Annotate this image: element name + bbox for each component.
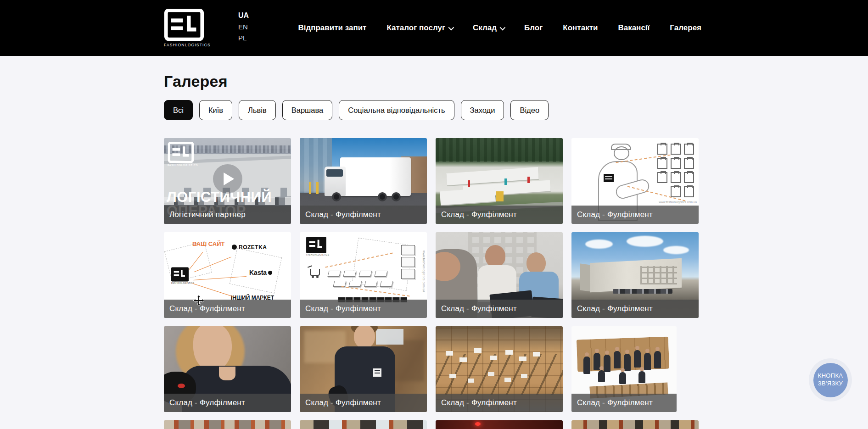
filter-warsaw[interactable]: Варшава: [282, 100, 333, 120]
gallery-caption: Склад - Фулфілмент: [164, 394, 291, 412]
chevron-down-icon: [500, 24, 506, 30]
gallery-item-partial[interactable]: [571, 420, 699, 429]
gallery-grid: FASHIONLOGISTICS ЛОГІСТИЧНИЙ ОПЕРАТОР Ло…: [164, 138, 701, 429]
brand-name: FASHIONLOGISTICS: [164, 43, 206, 47]
gallery-item[interactable]: Склад - Фулфілмент: [436, 326, 563, 412]
nav-vacancies[interactable]: Вакансії: [618, 23, 650, 33]
language-switcher: UA EN PL: [238, 11, 249, 42]
gallery-caption: Склад - Фулфілмент: [300, 206, 427, 224]
filter-video[interactable]: Відео: [510, 100, 549, 120]
site-url-label: www.fashionlogistics.com.ua: [659, 201, 697, 204]
gallery-item[interactable]: ВАШ САЙТ ROZETKA Kasta ІНШИЙ МАРКЕТ FASH…: [164, 232, 291, 318]
fl-logo-watermark: FASHIONLOGISTICS: [306, 237, 329, 256]
gallery-item-partial[interactable]: [300, 420, 427, 429]
nav-warehouse[interactable]: Склад: [473, 23, 504, 33]
gallery-caption: Склад - Фулфілмент: [300, 300, 427, 318]
gallery-item[interactable]: Склад - Фулфілмент: [436, 232, 563, 318]
lang-en[interactable]: EN: [238, 23, 249, 31]
main-content: Галерея Всі Київ Львів Варшава Соціальна…: [0, 72, 868, 429]
contact-fab[interactable]: КНОПКА ЗВ'ЯЗКУ: [809, 358, 852, 401]
lang-ua[interactable]: UA: [238, 11, 249, 20]
gallery-caption: Склад - Фулфілмент: [571, 394, 677, 412]
gallery-item[interactable]: Склад - Фулфілмент: [571, 326, 677, 412]
gallery-item[interactable]: Склад - Фулфілмент: [300, 326, 427, 412]
filter-social-responsibility[interactable]: Соціальна відповідальність: [339, 100, 454, 120]
gallery-item[interactable]: www.fashionlogistics.com.ua Склад - Фулф…: [571, 138, 699, 224]
gallery-caption: Склад - Фулфілмент: [571, 206, 699, 224]
nav-gallery[interactable]: Галерея: [670, 23, 701, 33]
chevron-down-icon: [448, 24, 454, 30]
cart-icon: [310, 269, 320, 276]
gallery-caption: Склад - Фулфілмент: [300, 394, 427, 412]
filter-events[interactable]: Заходи: [461, 100, 504, 120]
filter-lviv[interactable]: Львів: [239, 100, 276, 120]
gallery-item[interactable]: Склад - Фулфілмент: [436, 138, 563, 224]
boxes-art: [652, 144, 694, 197]
site-url-label: www.fashionlogistics.com.ua: [422, 251, 426, 292]
gallery-caption: Склад - Фулфілмент: [164, 300, 291, 318]
site-header: FASHIONLOGISTICS UA EN PL Відправити зап…: [0, 0, 868, 56]
gallery-item[interactable]: Склад - Фулфілмент: [571, 232, 699, 318]
nav-services-catalog[interactable]: Каталог послуг: [386, 23, 453, 33]
gallery-item[interactable]: Склад - Фулфілмент: [164, 326, 291, 412]
fl-logo-watermark: FASHIONLOGISTICS: [171, 267, 194, 284]
move-cursor-icon: [193, 295, 204, 306]
truck-art: [340, 157, 411, 196]
fl-logo-watermark: FASHIONLOGISTICS: [168, 142, 198, 167]
gallery-filters: Всі Київ Львів Варшава Соціальна відпові…: [164, 100, 868, 120]
gallery-item-partial[interactable]: [436, 420, 563, 429]
nav-send-request[interactable]: Відправити запит: [298, 23, 366, 33]
diagram-label-rozetka: ROZETKA: [232, 244, 267, 251]
play-icon[interactable]: [213, 164, 242, 193]
gallery-caption: Склад - Фулфілмент: [436, 206, 563, 224]
brand-logo[interactable]: FASHIONLOGISTICS: [164, 9, 206, 47]
main-nav: Відправити запит Каталог послуг Склад Бл…: [298, 23, 701, 33]
nav-contacts[interactable]: Контакти: [563, 23, 598, 33]
filter-kyiv[interactable]: Київ: [199, 100, 232, 120]
fl-logo-icon: [164, 9, 204, 41]
filter-all[interactable]: Всі: [164, 100, 193, 120]
diagram-label-your-site: ВАШ САЙТ: [192, 240, 225, 248]
nav-blog[interactable]: Блог: [524, 23, 543, 33]
fl-logo-watermark: [373, 368, 381, 377]
contact-fab-label: КНОПКА ЗВ'ЯЗКУ: [813, 363, 848, 397]
fl-logo-watermark: [604, 174, 614, 182]
gallery-caption: Логістичний партнер: [164, 206, 291, 224]
gallery-caption: Склад - Фулфілмент: [571, 300, 699, 318]
lang-pl[interactable]: PL: [238, 34, 249, 42]
gallery-caption: Склад - Фулфілмент: [436, 394, 563, 412]
gallery-item-video[interactable]: FASHIONLOGISTICS ЛОГІСТИЧНИЙ ОПЕРАТОР Ло…: [164, 138, 291, 224]
page-title: Галерея: [164, 72, 868, 90]
gallery-item[interactable]: Склад - Фулфілмент: [300, 138, 427, 224]
gallery-caption: Склад - Фулфілмент: [436, 300, 563, 318]
diagram-label-kasta: Kasta: [249, 269, 272, 276]
gallery-item-partial[interactable]: [164, 420, 291, 429]
gallery-item[interactable]: FASHIONLOGISTICS www.fashionlogistics.co…: [300, 232, 427, 318]
